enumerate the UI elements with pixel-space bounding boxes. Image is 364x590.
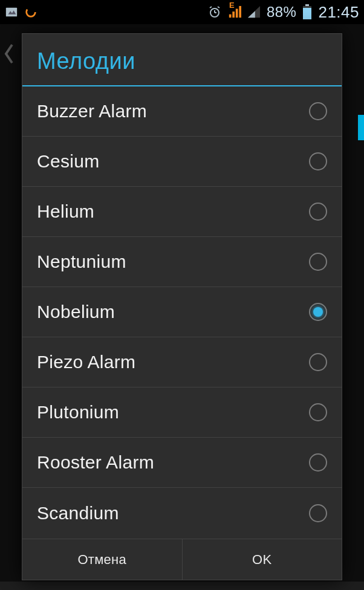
ringtone-dialog: Мелодии Buzzer AlarmCesiumHeliumNeptuniu… [22, 33, 342, 580]
svg-rect-10 [236, 9, 238, 18]
ringtone-option-label: Buzzer Alarm [37, 101, 147, 122]
dialog-button-bar: Отмена OK [22, 539, 342, 580]
ringtone-option[interactable]: Piezo Alarm [22, 337, 342, 387]
svg-rect-0 [6, 8, 17, 17]
status-clock: 21:45 [318, 3, 359, 22]
alarm-icon [207, 5, 222, 19]
radio-button[interactable] [309, 453, 327, 472]
network-type-label: E [229, 1, 235, 10]
svg-line-6 [210, 7, 212, 8]
svg-point-2 [27, 8, 36, 17]
spinner-icon [24, 5, 37, 19]
radio-button[interactable] [309, 403, 327, 421]
svg-rect-14 [305, 4, 309, 6]
radio-button[interactable] [309, 353, 327, 371]
svg-rect-11 [239, 6, 241, 18]
ringtone-option-label: Rooster Alarm [37, 452, 154, 473]
ringtone-option-label: Scandium [37, 503, 119, 524]
svg-rect-16 [303, 8, 311, 19]
ringtone-option[interactable]: Buzzer Alarm [22, 86, 342, 137]
ringtone-option-label: Neptunium [37, 251, 126, 272]
back-icon [4, 42, 15, 71]
ringtone-option-label: Nobelium [37, 302, 115, 322]
ringtone-option-label: Plutonium [37, 402, 119, 423]
signal-1-icon: E [228, 5, 241, 19]
radio-dot-icon [313, 307, 323, 317]
radio-button[interactable] [309, 303, 327, 321]
svg-rect-8 [229, 15, 232, 18]
dialog-title: Мелодии [22, 34, 342, 85]
cancel-button[interactable]: Отмена [22, 539, 182, 580]
accent-sliver [358, 115, 364, 140]
ringtone-option[interactable]: Plutonium [22, 387, 342, 438]
svg-line-7 [218, 7, 219, 8]
radio-button[interactable] [309, 203, 327, 221]
radio-button[interactable] [309, 102, 327, 120]
radio-button[interactable] [309, 253, 327, 271]
ringtone-option-label: Piezo Alarm [37, 352, 135, 372]
battery-icon [302, 4, 312, 20]
ringtone-option[interactable]: Rooster Alarm [22, 438, 342, 488]
bottom-bar [0, 582, 364, 590]
svg-rect-9 [232, 11, 235, 18]
battery-percent: 88% [267, 4, 297, 21]
signal-2-icon [247, 5, 261, 19]
ringtone-option[interactable]: Neptunium [22, 237, 342, 287]
ringtone-option[interactable]: Helium [22, 187, 342, 237]
ringtone-option-label: Cesium [37, 151, 100, 172]
radio-button[interactable] [309, 152, 327, 170]
ringtone-option-label: Helium [37, 201, 94, 222]
ringtone-option[interactable]: Cesium [22, 137, 342, 187]
ringtone-options-list: Buzzer AlarmCesiumHeliumNeptuniumNobeliu… [22, 86, 342, 539]
ringtone-option[interactable]: Nobelium [22, 287, 342, 337]
ok-button[interactable]: OK [182, 539, 342, 580]
gallery-icon [5, 5, 18, 19]
status-bar: E 88% 21:45 [0, 0, 364, 24]
ringtone-option[interactable]: Scandium [22, 488, 342, 538]
radio-button[interactable] [309, 504, 327, 522]
